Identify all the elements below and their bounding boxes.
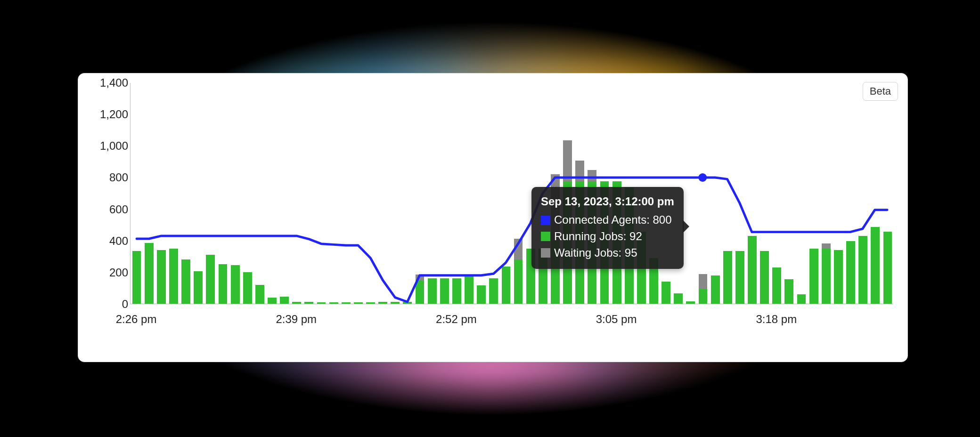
- hover-point-icon: [698, 173, 707, 182]
- x-tick-label: 3:05 pm: [596, 313, 637, 326]
- tooltip-label: Connected Agents: 800: [554, 212, 672, 228]
- tooltip-row: Waiting Jobs: 95: [541, 245, 674, 261]
- tooltip-label: Waiting Jobs: 95: [554, 245, 637, 261]
- tooltip-row: Running Jobs: 92: [541, 228, 674, 245]
- y-tick-label: 1,200: [92, 109, 128, 120]
- square-icon: [541, 232, 550, 241]
- y-tick-label: 400: [92, 235, 128, 247]
- tooltip-label: Running Jobs: 92: [554, 228, 642, 245]
- y-tick-label: 1,000: [92, 140, 128, 152]
- chart-card: Beta 02004006008001,0001,2001,400 2:26 p…: [78, 73, 908, 362]
- x-tick-label: 2:39 pm: [276, 313, 317, 326]
- y-tick-label: 200: [92, 267, 128, 278]
- x-tick-label: 2:26 pm: [116, 313, 157, 326]
- line-series: [131, 83, 893, 304]
- chart-axis-area[interactable]: [130, 83, 893, 304]
- tooltip-row: Connected Agents: 800: [541, 212, 674, 228]
- connected-agents-line: [137, 178, 887, 302]
- square-icon: [541, 216, 550, 225]
- y-tick-label: 1,400: [92, 77, 128, 89]
- x-tick-label: 2:52 pm: [436, 313, 477, 326]
- square-icon: [541, 248, 550, 258]
- tooltip-arrow-icon: [683, 220, 689, 233]
- y-tick-label: 800: [92, 172, 128, 183]
- tooltip-title: Sep 13, 2023, 3:12:00 pm: [541, 194, 674, 210]
- chart-plot[interactable]: 02004006008001,0001,2001,400 2:26 pm2:39…: [92, 83, 893, 332]
- x-tick-label: 3:18 pm: [756, 313, 797, 326]
- hover-tooltip: Sep 13, 2023, 3:12:00 pm Connected Agent…: [531, 187, 684, 268]
- y-tick-label: 600: [92, 204, 128, 215]
- y-tick-label: 0: [92, 299, 128, 310]
